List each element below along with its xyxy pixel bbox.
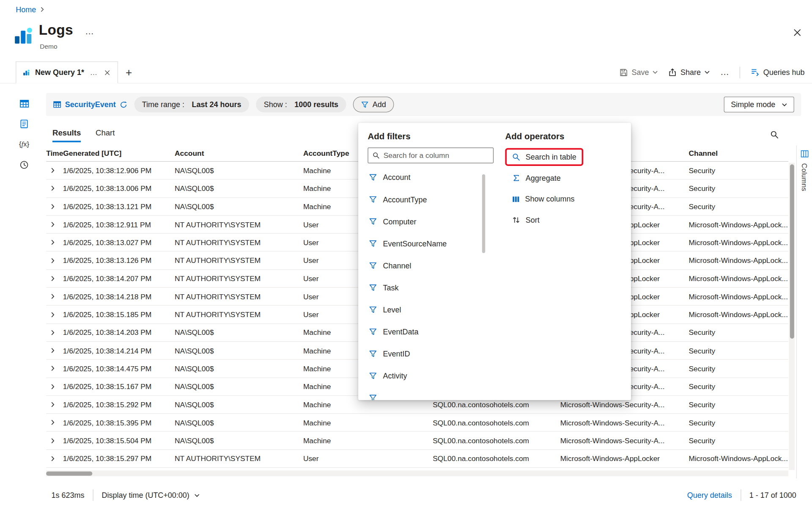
close-icon — [793, 28, 801, 37]
column-search-box[interactable] — [368, 148, 494, 163]
row-expand-chevron-icon[interactable] — [46, 456, 63, 461]
row-expand-chevron-icon[interactable] — [46, 420, 63, 425]
simple-mode-dropdown[interactable]: Simple mode — [724, 97, 794, 112]
time-range-pill[interactable]: Time range : Last 24 hours — [134, 97, 249, 112]
row-expand-chevron-icon[interactable] — [46, 258, 63, 264]
row-expand-chevron-icon[interactable] — [46, 366, 63, 372]
filter-column-item[interactable]: Task — [368, 277, 494, 299]
filter-column-item[interactable]: Activity — [368, 365, 494, 387]
tab-new-query[interactable]: New Query 1* … — [16, 61, 118, 83]
row-expand-chevron-icon[interactable] — [46, 221, 63, 227]
table-row[interactable]: 1/6/2025, 10:38:15.395 PM NA\SQL00$ Mach… — [46, 414, 788, 432]
columns-panel-toggle[interactable]: Columns — [796, 146, 812, 478]
horizontal-scrollbar[interactable] — [46, 470, 788, 476]
filter-icon — [369, 173, 377, 182]
query-duration: 1s 623ms — [52, 491, 85, 500]
search-icon — [512, 153, 521, 161]
row-expand-chevron-icon[interactable] — [46, 330, 63, 336]
cell-channel: Security — [689, 400, 789, 409]
results-search-button[interactable] — [770, 130, 779, 139]
filter-icon — [369, 195, 377, 204]
logs-blade: Home Logs … Demo New Query 1* … + — [0, 0, 812, 508]
cell-timegenerated: 1/6/2025, 10:38:15.395 PM — [63, 418, 175, 427]
filter-column-item[interactable]: Account — [368, 166, 494, 188]
rail-tables-button[interactable] — [16, 96, 33, 111]
filter-column-item[interactable]: Computer — [368, 210, 494, 232]
horizontal-scrollbar-thumb[interactable] — [46, 471, 92, 475]
tab-results[interactable]: Results — [52, 128, 81, 142]
queries-hub-button[interactable]: Queries hub — [751, 68, 805, 77]
operator-sort[interactable]: Sort — [505, 211, 546, 229]
show-results-pill[interactable]: Show : 1000 results — [256, 97, 346, 112]
columns-panel-label: Columns — [801, 163, 809, 191]
cell-timegenerated: 1/6/2025, 10:38:12.911 PM — [63, 220, 175, 229]
filter-column-label: Account — [383, 173, 410, 182]
column-header-account[interactable]: Account — [175, 149, 303, 157]
close-button[interactable] — [791, 26, 804, 39]
filter-column-label: Level — [383, 306, 401, 314]
row-expand-chevron-icon[interactable] — [46, 168, 63, 174]
page-subtitle: Demo — [40, 43, 57, 50]
filter-column-item[interactable]: AccountType — [368, 188, 494, 210]
refresh-button[interactable] — [119, 101, 127, 109]
row-expand-chevron-icon[interactable] — [46, 348, 63, 353]
operator-show-columns[interactable]: Show columns — [505, 190, 581, 208]
status-divider — [93, 489, 93, 501]
column-header-channel[interactable]: Channel — [689, 149, 789, 157]
filter-column-item[interactable]: EventData — [368, 321, 494, 343]
tab-more-button[interactable]: … — [89, 68, 98, 77]
filter-column-item[interactable] — [368, 387, 494, 400]
row-expand-chevron-icon[interactable] — [46, 240, 63, 246]
row-expand-chevron-icon[interactable] — [46, 294, 63, 300]
new-tab-button[interactable]: + — [126, 67, 132, 78]
row-expand-chevron-icon[interactable] — [46, 438, 63, 444]
add-menu-popup: Add filters Account AccountType Computer… — [358, 123, 631, 400]
cell-account: NA\SQL00$ — [175, 184, 303, 193]
table-chip[interactable]: SecurityEvent — [53, 100, 127, 109]
filter-column-item[interactable]: Channel — [368, 255, 494, 277]
rail-queries-button[interactable] — [16, 116, 33, 132]
column-search-input[interactable] — [384, 151, 489, 160]
row-expand-chevron-icon[interactable] — [46, 384, 63, 389]
row-expand-chevron-icon[interactable] — [46, 185, 63, 191]
cell-channel: Microsoft-Windows-AppLock... — [689, 256, 789, 265]
filter-column-item[interactable]: EventID — [368, 343, 494, 365]
toolbar-more-button[interactable]: … — [720, 67, 729, 77]
query-details-link[interactable]: Query details — [687, 491, 732, 500]
operator-search-in-table[interactable]: Search in table — [505, 148, 583, 166]
vertical-scrollbar[interactable] — [789, 163, 795, 470]
add-button[interactable]: Add — [353, 97, 394, 112]
table-row[interactable]: 1/6/2025, 10:38:15.297 PM NT AUTHORITY\S… — [46, 450, 788, 468]
row-expand-chevron-icon[interactable] — [46, 276, 63, 282]
page-title: Logs — [39, 22, 73, 38]
cell-account: NA\SQL00$ — [175, 202, 303, 211]
cell-account: NA\SQL00$ — [175, 346, 303, 355]
vertical-scrollbar-thumb[interactable] — [790, 164, 794, 339]
cell-channel: Security — [689, 418, 789, 427]
filter-column-item[interactable]: EventSourceName — [368, 232, 494, 254]
operator-aggregate[interactable]: Aggregate — [505, 169, 567, 187]
row-expand-chevron-icon[interactable] — [46, 402, 63, 408]
display-time-dropdown[interactable]: Display time (UTC+00:00) — [102, 491, 200, 500]
cell-channel: Microsoft-Windows-AppLock... — [689, 310, 789, 319]
rail-functions-button[interactable]: {fx} — [16, 136, 33, 152]
table-icon — [53, 100, 61, 109]
rail-history-button[interactable] — [16, 157, 33, 173]
title-more-button[interactable]: … — [85, 26, 94, 37]
tab-chart[interactable]: Chart — [96, 128, 115, 142]
cell-account: NT AUTHORITY\SYSTEM — [175, 256, 303, 265]
cell-computer: SQL00.na.contosohotels.com — [433, 436, 560, 445]
tab-close-button[interactable] — [103, 69, 111, 75]
filter-column-item[interactable]: Level — [368, 299, 494, 321]
share-button[interactable]: Share — [669, 68, 710, 77]
filter-column-label: Computer — [383, 217, 416, 226]
breadcrumb-home-link[interactable]: Home — [16, 5, 36, 14]
filter-list-scrollbar[interactable] — [482, 174, 485, 253]
row-expand-chevron-icon[interactable] — [46, 204, 63, 210]
show-columns-icon — [512, 195, 520, 203]
add-operators-title: Add operators — [505, 131, 625, 141]
row-expand-chevron-icon[interactable] — [46, 312, 63, 318]
save-button[interactable]: Save — [620, 68, 658, 77]
column-header-timegenerated[interactable]: TimeGenerated [UTC] — [46, 149, 175, 157]
table-row[interactable]: 1/6/2025, 10:38:15.504 PM NA\SQL00$ Mach… — [46, 432, 788, 450]
